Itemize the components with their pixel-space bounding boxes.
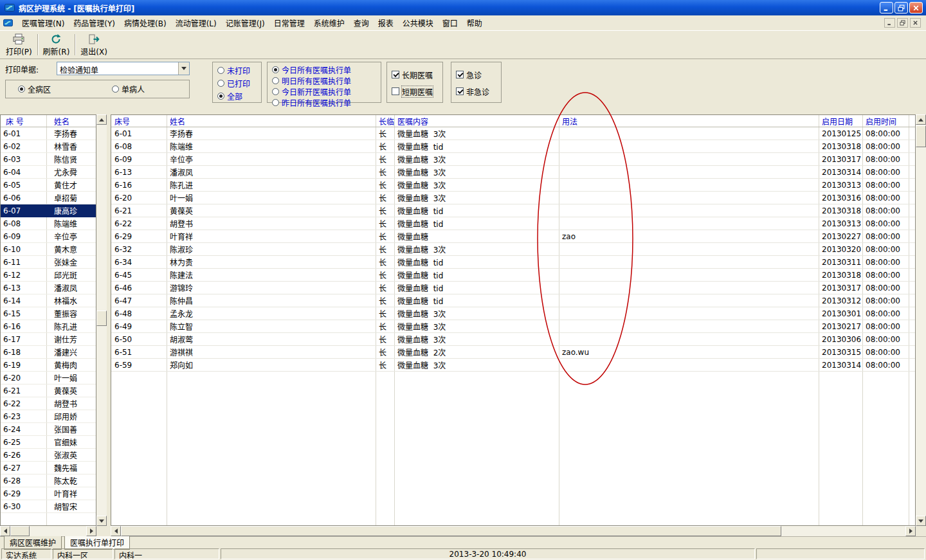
menu-item[interactable]: 流动管理(L) xyxy=(171,15,221,31)
column-header[interactable]: 姓名 xyxy=(167,116,376,127)
menu-item[interactable]: 公共模块 xyxy=(398,15,438,31)
menu-item[interactable]: 窗口 xyxy=(438,15,462,31)
patient-row[interactable]: 6-17谢仕芳 xyxy=(1,333,96,346)
order-row[interactable]: 6-50胡淑莺长微量血糖 3次2013030608:00:00 xyxy=(111,333,915,346)
main-horizontal-scrollbar[interactable] xyxy=(111,526,916,536)
mdi-restore-button[interactable] xyxy=(897,18,908,28)
patient-row[interactable]: 6-07康高珍 xyxy=(1,204,96,217)
patient-row[interactable]: 6-08陈端维 xyxy=(1,217,96,230)
mdi-close-button[interactable] xyxy=(910,18,921,28)
scroll-left-button[interactable] xyxy=(111,526,121,536)
patient-row[interactable]: 6-18潘建兴 xyxy=(1,346,96,359)
patient-row[interactable]: 6-10黄木意 xyxy=(1,243,96,256)
patient-row[interactable]: 6-04尤永舜 xyxy=(1,166,96,179)
menu-item[interactable]: 查询 xyxy=(349,15,374,31)
column-header[interactable]: 医嘱内容 xyxy=(394,116,559,127)
scroll-thumb[interactable] xyxy=(10,526,30,536)
mdi-minimize-button[interactable] xyxy=(884,18,895,28)
main-vertical-scrollbar[interactable] xyxy=(916,114,926,526)
order-row[interactable]: 6-49陈立智长微量血糖 3次2013021708:00:00 xyxy=(111,320,915,333)
print-doc-combobox[interactable]: 检验通知单 xyxy=(57,62,190,75)
order-row[interactable]: 6-20叶一娟长微量血糖 3次2013031608:00:00 xyxy=(111,192,915,204)
menu-item[interactable]: 报表 xyxy=(374,15,398,31)
patient-row[interactable]: 6-21黄葆英 xyxy=(1,384,96,397)
radio-option[interactable]: 今日新开医嘱执行单 xyxy=(268,86,381,97)
order-row[interactable]: 6-08陈端维长微量血糖 tid2013031808:00:00 xyxy=(111,140,915,153)
patient-row[interactable]: 6-14林福水 xyxy=(1,294,96,307)
patient-row[interactable]: 6-03陈信贤 xyxy=(1,153,96,166)
order-row[interactable]: 6-01李扬春长微量血糖 3次2013012508:00:00 xyxy=(111,127,915,140)
bottom-tab[interactable]: 医嘱执行单打印 xyxy=(64,536,130,550)
order-row[interactable]: 6-34林为贵长微量血糖 tid2013031108:00:00 xyxy=(111,256,915,269)
column-header[interactable]: 启用时间 xyxy=(862,116,909,127)
patient-row[interactable]: 6-06卓招菊 xyxy=(1,192,96,204)
scroll-up-button[interactable] xyxy=(96,114,107,125)
menu-item[interactable]: 记账管理(J) xyxy=(221,15,269,31)
menu-item[interactable]: 系统维护 xyxy=(309,15,349,31)
refresh-button[interactable]: 刷新(R) xyxy=(40,32,73,58)
scroll-right-button[interactable] xyxy=(905,526,916,536)
order-row[interactable]: 6-51游祺祺长微量血糖 2次zao.wu2013031508:00:00 xyxy=(111,346,915,359)
patient-row[interactable]: 6-24张国善 xyxy=(1,423,96,436)
print-button[interactable]: 打印(P) xyxy=(3,32,35,58)
patient-row[interactable]: 6-26张淑英 xyxy=(1,449,96,462)
patient-row[interactable]: 6-01李扬春 xyxy=(1,127,96,140)
order-row[interactable]: 6-47陈仲昌长微量血糖 tid2013031208:00:00 xyxy=(111,294,915,307)
order-row[interactable]: 6-32陈淑珍长微量血糖 3次2013032008:00:00 xyxy=(111,243,915,256)
order-row[interactable]: 6-13潘淑凤长微量血糖 3次2013031408:00:00 xyxy=(111,166,915,179)
checkbox-option[interactable]: 短期医嘱 xyxy=(387,83,442,100)
scroll-down-button[interactable] xyxy=(916,516,926,526)
checkbox-option[interactable]: 非急诊 xyxy=(451,83,501,100)
menu-item[interactable]: 日常管理 xyxy=(269,15,309,31)
column-header[interactable]: 长临 xyxy=(376,116,394,127)
order-row[interactable]: 6-29叶育祥长微量血糖zao2013022708:00:00 xyxy=(111,230,915,243)
order-row[interactable]: 6-59郑向如长微量血糖 3次2013031408:00:00 xyxy=(111,359,915,372)
menu-item[interactable]: 病情处理(B) xyxy=(120,15,171,31)
menu-item[interactable]: 帮助 xyxy=(462,15,487,31)
order-row[interactable]: 6-09辛位亭长微量血糖 3次2013031708:00:00 xyxy=(111,153,915,166)
patient-row[interactable]: 6-25官细妹 xyxy=(1,436,96,449)
bottom-tab[interactable]: 病区医嘱维护 xyxy=(4,536,62,550)
order-row[interactable]: 6-45陈建法长微量血糖 tid2013031808:00:00 xyxy=(111,269,915,282)
patient-row[interactable]: 6-19黄梅肉 xyxy=(1,359,96,372)
radio-option[interactable]: 已打印 xyxy=(213,77,261,90)
radio-option[interactable]: 全部 xyxy=(213,89,261,102)
close-button[interactable] xyxy=(909,2,923,14)
column-header[interactable]: 用法 xyxy=(559,116,819,127)
radio-option[interactable]: 全病区 xyxy=(14,83,51,96)
scroll-left-button[interactable] xyxy=(0,526,10,536)
order-row[interactable]: 6-22胡登书长微量血糖 tid2013031308:00:00 xyxy=(111,217,915,230)
left-header-bed[interactable]: 床 号 xyxy=(1,116,46,127)
exit-button[interactable]: 退出(X) xyxy=(77,32,111,58)
radio-option[interactable]: 今日所有医嘱执行单 xyxy=(268,64,381,75)
checkbox-option[interactable]: 急诊 xyxy=(451,66,501,83)
combobox-dropdown-button[interactable] xyxy=(178,62,189,75)
order-row[interactable]: 6-16陈孔进长微量血糖 3次2013031308:00:00 xyxy=(111,179,915,192)
patient-row[interactable]: 6-05黄住才 xyxy=(1,179,96,192)
minimize-button[interactable] xyxy=(880,2,893,14)
menu-item[interactable]: 医嘱管理(N) xyxy=(17,15,69,31)
radio-option[interactable]: 明日所有医嘱执行单 xyxy=(268,75,381,86)
left-vertical-scrollbar[interactable] xyxy=(96,114,107,526)
patient-row[interactable]: 6-11张妹金 xyxy=(1,256,96,269)
patient-row[interactable]: 6-22胡登书 xyxy=(1,397,96,410)
patient-row[interactable]: 6-30胡智宋 xyxy=(1,500,96,513)
scroll-up-button[interactable] xyxy=(916,114,926,125)
menu-item[interactable]: 药品管理(Y) xyxy=(69,15,120,31)
patient-row[interactable]: 6-27魏先福 xyxy=(1,462,96,474)
patient-row[interactable]: 6-12邱光斑 xyxy=(1,269,96,282)
scroll-down-button[interactable] xyxy=(96,516,107,526)
restore-button[interactable] xyxy=(894,2,908,14)
radio-option[interactable]: 单病人 xyxy=(107,83,145,96)
patient-row[interactable]: 6-23邱用娇 xyxy=(1,410,96,423)
order-row[interactable]: 6-21黄葆英长微量血糖 tid2013031808:00:00 xyxy=(111,204,915,217)
column-header[interactable]: 床号 xyxy=(111,116,167,127)
order-row[interactable]: 6-46游锦玲长微量血糖 tid2013031708:00:00 xyxy=(111,282,915,294)
patient-row[interactable]: 6-16陈孔进 xyxy=(1,320,96,333)
order-row[interactable]: 6-48孟永龙长微量血糖 3次2013030108:00:00 xyxy=(111,307,915,320)
patient-row[interactable]: 6-29叶育祥 xyxy=(1,487,96,500)
patient-row[interactable]: 6-13潘淑凤 xyxy=(1,282,96,294)
patient-row[interactable]: 6-09辛位亭 xyxy=(1,230,96,243)
column-header[interactable]: 启用日期 xyxy=(819,116,862,127)
left-header-name[interactable]: 姓名 xyxy=(46,116,96,127)
